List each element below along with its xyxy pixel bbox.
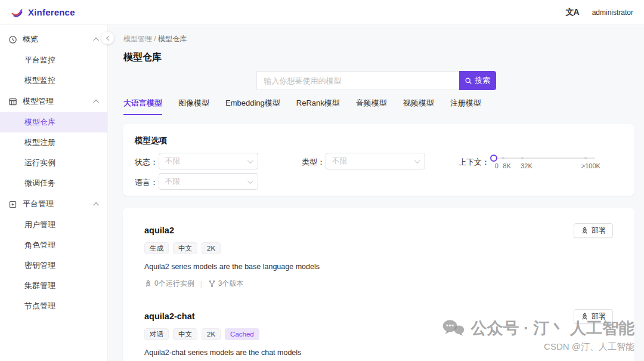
sidebar-section-overview[interactable]: 概览 [0, 29, 107, 50]
sidebar-item-finetune-tasks[interactable]: 微调任务 [0, 173, 107, 193]
sidebar-collapse-button[interactable] [101, 32, 114, 44]
tab-llm[interactable]: 大语言模型 [123, 98, 162, 115]
chevron-down-icon [414, 158, 420, 163]
sidebar-item-node-management[interactable]: 节点管理 [0, 296, 107, 316]
language-switch-icon[interactable]: 文A [566, 7, 579, 18]
breadcrumb-model-management[interactable]: 模型管理 [123, 35, 152, 43]
top-header: Xinference 文A administrator [0, 0, 644, 25]
sidebar-item-model-monitor[interactable]: 模型监控 [0, 70, 107, 91]
tab-rerank[interactable]: ReRank模型 [296, 98, 340, 115]
model-description: Aquila2 series models are the base langu… [144, 263, 613, 271]
tab-embedding[interactable]: Embedding模型 [225, 98, 280, 115]
meta-separator: | [200, 280, 202, 288]
sidebar-item-running-instances[interactable]: 运行实例 [0, 153, 107, 173]
model-tag: 生成 [144, 242, 169, 254]
model-tag: 2K [202, 242, 221, 254]
context-filter-label: 上下文： [459, 157, 490, 168]
model-list-item-aquila2-chat: aquila2-chat 对话 中文 2K Cached Aquila2-cha… [144, 311, 613, 361]
logo-text: Xinference [28, 7, 75, 17]
chevron-left-icon [106, 35, 111, 40]
user-menu[interactable]: administrator [592, 8, 633, 17]
slider-track[interactable] [494, 158, 595, 159]
model-tags: 生成 中文 2K [144, 242, 613, 254]
chevron-down-icon [247, 178, 253, 184]
slider-thumb[interactable] [490, 155, 497, 162]
deploy-rocket-icon [581, 313, 589, 320]
model-tag: 中文 [173, 242, 197, 254]
sidebar-item-model-repository[interactable]: 模型仓库 [0, 112, 107, 132]
logo-icon [11, 6, 24, 19]
status-filter-select[interactable]: 不限 [159, 153, 258, 169]
overview-icon [8, 35, 17, 44]
model-list-item-aquila2: aquila2 生成 中文 2K Aquila2 series models a… [144, 226, 613, 289]
main-content: 模型管理 / 模型仓库 模型仓库 搜索 大语言模型 图像模型 Embedding… [108, 25, 644, 361]
breadcrumb-separator: / [154, 35, 156, 43]
type-filter-select[interactable]: 不限 [326, 153, 425, 169]
context-length-slider[interactable]: 0 8K 32K >100K [494, 154, 595, 174]
sidebar-item-cluster-management[interactable]: 集群管理 [0, 276, 107, 296]
model-version-count: 3个版本 [218, 279, 244, 289]
model-meta: 0个运行实例 | 3个版本 [144, 279, 613, 289]
model-description: Aquila2-chat series models are the chat … [144, 348, 613, 357]
slider-mark-dot [521, 157, 524, 159]
sidebar-section-platform-management[interactable]: 平台管理 [0, 193, 107, 215]
version-branch-icon [208, 280, 216, 288]
search-input[interactable] [256, 71, 459, 90]
sidebar: 概览 平台监控 模型监控 模型管理 模型仓库 模型注册 运行实例 微调任务 平台… [0, 25, 108, 361]
language-filter-label: 语言： [135, 177, 158, 188]
status-filter-label: 状态： [135, 157, 158, 168]
model-tags: 对话 中文 2K Cached [144, 328, 613, 340]
logo[interactable]: Xinference [11, 6, 75, 19]
slider-mark-dot [584, 157, 587, 159]
model-list-card: aquila2 生成 中文 2K Aquila2 series models a… [123, 208, 634, 361]
tab-video[interactable]: 视频模型 [403, 98, 434, 115]
model-name: aquila2 [144, 226, 613, 235]
language-filter-select[interactable]: 不限 [159, 173, 258, 190]
model-instance-count: 0个运行实例 [154, 279, 194, 289]
model-tag: 对话 [144, 328, 169, 340]
platform-management-icon [8, 200, 17, 209]
model-filter-card: 模型选项 状态： 不限 类型： 不限 上下文： 0 8K 32K >100K 语… [123, 124, 634, 196]
search-icon [465, 77, 472, 85]
running-instance-icon [144, 280, 152, 288]
deploy-rocket-icon [581, 227, 589, 235]
model-tag: 2K [202, 328, 221, 340]
type-filter-label: 类型： [302, 157, 325, 168]
sidebar-item-role-management[interactable]: 角色管理 [0, 235, 107, 255]
filter-title: 模型选项 [135, 135, 167, 146]
deploy-button[interactable]: 部署 [574, 309, 613, 324]
sidebar-item-model-register[interactable]: 模型注册 [0, 132, 107, 153]
tab-audio[interactable]: 音频模型 [356, 98, 387, 115]
sidebar-item-platform-monitor[interactable]: 平台监控 [0, 50, 107, 70]
sidebar-item-user-management[interactable]: 用户管理 [0, 215, 107, 235]
sidebar-item-key-management[interactable]: 密钥管理 [0, 255, 107, 276]
sidebar-section-model-management[interactable]: 模型管理 [0, 91, 107, 112]
page-title: 模型仓库 [123, 51, 162, 64]
model-management-icon [8, 97, 17, 106]
model-name: aquila2-chat [144, 311, 613, 321]
tab-image[interactable]: 图像模型 [178, 98, 209, 115]
search-bar: 搜索 [108, 71, 644, 90]
breadcrumb: 模型管理 / 模型仓库 [123, 34, 187, 44]
breadcrumb-model-repository: 模型仓库 [158, 35, 187, 43]
model-tag: 中文 [173, 328, 197, 340]
tab-registered[interactable]: 注册模型 [450, 98, 481, 115]
model-tag-cached: Cached [225, 328, 259, 340]
slider-mark-dot [502, 157, 504, 159]
deploy-button[interactable]: 部署 [574, 223, 613, 238]
search-button[interactable]: 搜索 [459, 71, 496, 90]
chevron-down-icon [247, 158, 253, 163]
model-category-tabs: 大语言模型 图像模型 Embedding模型 ReRank模型 音频模型 视频模… [123, 98, 481, 115]
